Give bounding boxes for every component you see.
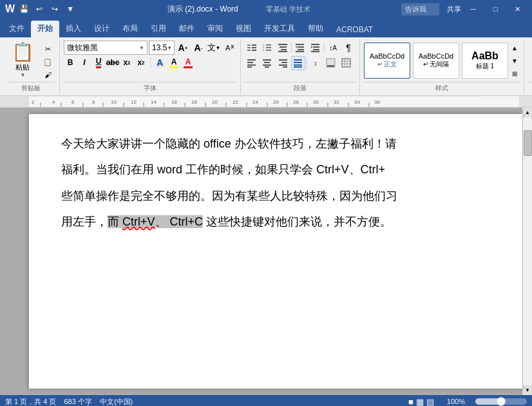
svg-rect-38 (281, 62, 287, 63)
para1-text: 今天给大家讲讲一个隐藏的 office 办公软件技巧，左撇子福利！请 (61, 137, 397, 150)
page-info: 第 1 页，共 4 页 (5, 397, 56, 407)
tab-mailings[interactable]: 邮件 (173, 21, 201, 37)
decrease-indent-button[interactable] (293, 41, 307, 55)
text-effect-button[interactable]: A (153, 56, 166, 69)
style-expand-button[interactable]: ⊞ (509, 68, 520, 79)
style-down-button[interactable]: ▼ (509, 55, 520, 66)
tab-insert[interactable]: 插入 (59, 21, 88, 37)
ruler-left-control[interactable] (0, 96, 5, 108)
tab-developer[interactable]: 开发工具 (258, 21, 301, 37)
search-box[interactable]: 告诉我 (401, 3, 439, 15)
multilevel-list-button[interactable] (276, 41, 290, 55)
increase-indent-button[interactable] (309, 41, 323, 55)
clipboard-small-buttons: ✂ 📋 🖌 (40, 41, 55, 81)
borders-button[interactable] (339, 56, 354, 70)
bullet-list-button[interactable] (245, 41, 259, 55)
style-normal[interactable]: AaBbCcDd ↵ 正文 (364, 43, 410, 79)
maximize-button[interactable]: □ (486, 3, 505, 15)
change-case-button[interactable]: 文▼ (207, 41, 221, 55)
align-center-button[interactable] (260, 56, 274, 70)
minimize-button[interactable]: ─ (464, 3, 483, 15)
title-text: 演示 (2).docx - Word (167, 5, 238, 14)
svg-rect-27 (311, 51, 319, 52)
numbering-button[interactable]: 1.2.3. (260, 41, 274, 55)
highlight-button[interactable]: A (167, 56, 180, 69)
font-content: 微软雅黑 ▼ 13.5 ▼ A+ A- 文▼ A B I (64, 41, 236, 81)
para-row1: 1.2.3. ↕A ¶ (245, 41, 356, 55)
font-color-button[interactable]: A (182, 56, 195, 69)
style-no-spacing[interactable]: AaBbCcDd ↵ 无间隔 (413, 43, 459, 79)
decrease-font-button[interactable]: A- (191, 41, 205, 55)
line-spacing-button[interactable]: ↕ (309, 56, 323, 70)
tab-home[interactable]: 开始 (31, 21, 59, 37)
tab-review[interactable]: 审阅 (201, 21, 229, 37)
paste-icon: 📋 (12, 43, 34, 61)
show-marks-button[interactable]: ¶ (341, 41, 356, 55)
redo-button[interactable]: ↪ (48, 3, 61, 15)
svg-text:34: 34 (354, 99, 360, 105)
paste-button[interactable]: 📋 粘贴 ▼ (6, 41, 39, 79)
tab-layout[interactable]: 布局 (116, 21, 144, 37)
font-name-selector[interactable]: 微软雅黑 ▼ (64, 41, 147, 55)
tab-view[interactable]: 视图 (229, 21, 258, 37)
read-mode-button[interactable]: ▦ (416, 397, 424, 407)
format-painter-button[interactable]: 🖌 (40, 69, 55, 81)
tab-help[interactable]: 帮助 (301, 21, 330, 37)
shading-button[interactable] (324, 56, 338, 70)
print-layout-button[interactable]: ■ (408, 397, 413, 407)
align-left-button[interactable] (245, 56, 259, 70)
style-heading1[interactable]: AaBb 标题 1 (462, 43, 508, 79)
svg-rect-30 (247, 62, 253, 63)
svg-rect-12 (266, 47, 271, 48)
quick-access-toolbar: 💾 ↩ ↪ ▼ (17, 3, 77, 15)
increase-font-button[interactable]: A+ (176, 41, 190, 55)
italic-button[interactable]: I (78, 56, 91, 69)
svg-rect-37 (279, 59, 287, 61)
svg-rect-26 (313, 49, 319, 50)
subscript-button[interactable]: x2 (120, 56, 133, 69)
right-scrollbar[interactable]: ▲ ▼ (522, 108, 532, 395)
scroll-up-button[interactable]: ▲ (523, 108, 533, 117)
strikethrough-button[interactable]: abc (106, 56, 119, 69)
sort-button[interactable]: ↕A (326, 41, 340, 55)
share-button[interactable]: 共享 (447, 5, 461, 14)
cut-button[interactable]: ✂ (40, 43, 55, 55)
company-name: 零基础 学技术 (266, 5, 310, 13)
clear-format-button[interactable]: A (222, 41, 236, 55)
svg-rect-15 (278, 44, 287, 45)
close-button[interactable]: ✕ (508, 3, 527, 15)
customize-qat-button[interactable]: ▼ (64, 3, 77, 15)
svg-rect-18 (278, 51, 287, 52)
tab-file[interactable]: 文件 (3, 21, 31, 37)
save-button[interactable]: 💾 (17, 3, 30, 15)
tab-acrobat[interactable]: ACROBAT (330, 23, 379, 37)
main-area: 今天给大家讲讲一个隐藏的 office 办公软件技巧，左撇子福利！请 福利。当我… (0, 108, 532, 395)
tab-design[interactable]: 设计 (88, 21, 116, 37)
font-size-selector[interactable]: 13.5 ▼ (149, 41, 175, 55)
style-gallery: AaBbCcDd ↵ 正文 AaBbCcDd ↵ 无间隔 AaBb 标题 1 (364, 43, 508, 79)
style-up-button[interactable]: ▲ (509, 42, 520, 53)
scroll-down-button[interactable]: ▼ (523, 385, 533, 395)
document-page[interactable]: 今天给大家讲讲一个隐藏的 office 办公软件技巧，左撇子福利！请 福利。当我… (29, 114, 522, 389)
paragraph-3: 些简单操作是完全不够用的。因为有某些人比较特殊，因为他们习 (61, 186, 490, 206)
svg-text:8: 8 (92, 99, 95, 105)
underline-button[interactable]: U (92, 56, 105, 69)
justify-button[interactable] (291, 56, 305, 70)
zoom-thumb[interactable] (497, 397, 506, 406)
copy-button[interactable]: 📋 (40, 56, 55, 68)
find-button[interactable]: 🔍 查找 (528, 48, 532, 76)
bold-button[interactable]: B (64, 56, 77, 69)
para4-highlighted: 而 Ctrl+V、 Ctrl+C (108, 215, 203, 228)
font-size-dropdown: ▼ (167, 45, 172, 51)
align-right-button[interactable] (276, 56, 290, 70)
tab-references[interactable]: 引用 (144, 21, 173, 37)
undo-button[interactable]: ↩ (33, 3, 46, 15)
style-arrows: ▲ ▼ ⊞ (509, 42, 520, 79)
scroll-thumb[interactable] (524, 130, 532, 156)
para4-text-after: 这些快捷键对他们来说，并不方便。 (203, 215, 392, 228)
zoom-slider[interactable] (475, 398, 527, 405)
web-layout-button[interactable]: ▤ (426, 397, 434, 407)
superscript-button[interactable]: x2 (135, 56, 147, 69)
svg-rect-20 (298, 46, 304, 48)
scroll-track[interactable] (523, 117, 532, 385)
